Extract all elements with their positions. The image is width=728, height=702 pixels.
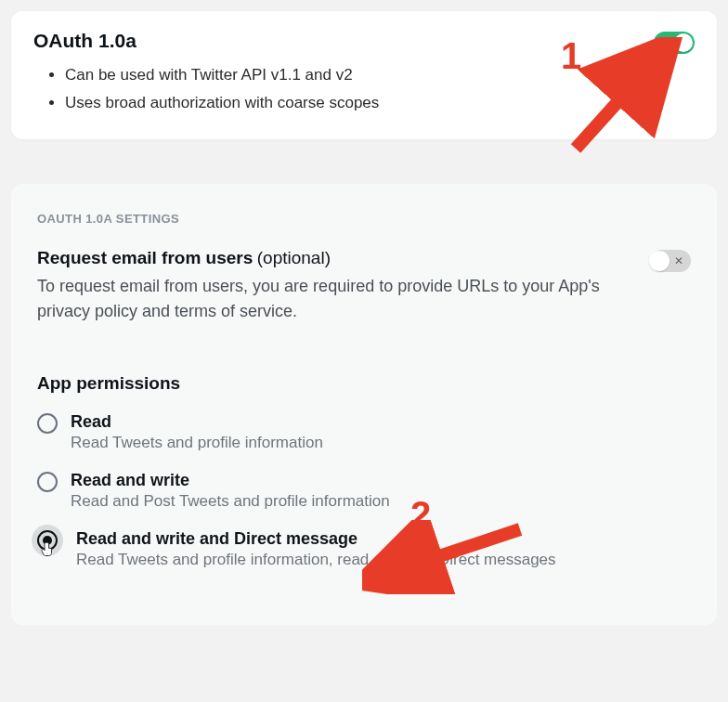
app-permissions-title: App permissions [37,373,691,394]
permission-desc: Read Tweets and profile information, rea… [76,551,556,569]
oauth-settings-card: OAUTH 1.0A SETTINGS Request email from u… [11,184,717,626]
request-email-title: Request email from users [37,248,253,267]
toggle-knob [674,33,693,52]
radio-icon-selected [37,530,58,551]
radio-icon [37,472,58,492]
radio-icon [37,413,58,434]
oauth-toggle[interactable] [654,32,695,54]
permission-desc: Read and Post Tweets and profile informa… [71,492,390,511]
oauth-title: OAuth 1.0a [33,30,379,52]
check-icon [660,36,670,53]
request-email-row: Request email from users (optional) To r… [37,248,691,326]
permission-label: Read and write and Direct message [76,529,556,549]
permission-option-read-write-dm[interactable]: Read and write and Direct message Read T… [37,529,691,569]
request-email-toggle[interactable]: ✕ [650,250,691,272]
x-icon: ✕ [674,255,683,266]
permission-label: Read [71,412,323,432]
settings-section-label: OAUTH 1.0A SETTINGS [37,212,691,226]
permission-desc: Read Tweets and profile information [71,434,323,452]
radio-highlight [32,525,63,556]
oauth-bullet: Uses broad authorization with coarse sco… [65,89,379,117]
permission-option-read[interactable]: Read Read Tweets and profile information [37,412,691,452]
request-email-optional: (optional) [257,248,331,267]
toggle-knob [649,251,670,271]
oauth-card: OAuth 1.0a Can be used with Twitter API … [11,11,717,139]
permission-label: Read and write [71,471,390,490]
oauth-bullet: Can be used with Twitter API v1.1 and v2 [65,61,379,89]
request-email-desc: To request email from users, you are req… [37,274,631,326]
oauth-bullets: Can be used with Twitter API v1.1 and v2… [33,61,379,117]
permission-option-read-write[interactable]: Read and write Read and Post Tweets and … [37,471,691,511]
